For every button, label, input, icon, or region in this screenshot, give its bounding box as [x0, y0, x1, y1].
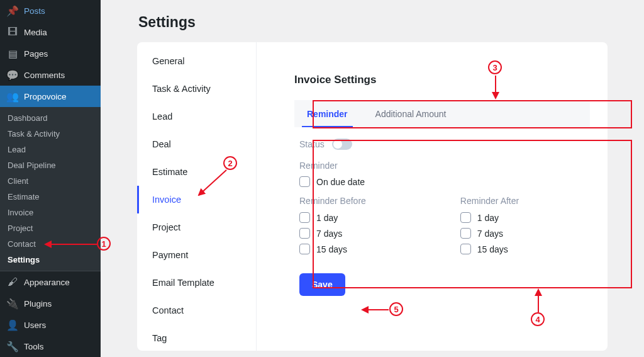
- nav-project[interactable]: Project: [137, 213, 256, 241]
- before-opt: 7 days: [316, 229, 342, 239]
- after-7days-checkbox[interactable]: [460, 228, 471, 239]
- on-due-date-text: On due date: [316, 177, 365, 187]
- nav-email-template[interactable]: Email Template: [137, 269, 256, 297]
- nav-contact[interactable]: Contact: [137, 297, 256, 324]
- nav-lead[interactable]: Lead: [137, 103, 256, 130]
- before-opt: 1 day: [316, 213, 338, 223]
- wp-menu-label: Comments: [24, 71, 65, 80]
- section-title: Invoice Settings: [294, 74, 590, 86]
- wp-menu-label: Tools: [24, 342, 44, 351]
- main-content: Settings General Task & Activity Lead De…: [101, 0, 644, 357]
- reminder-after-label: Reminder After: [460, 196, 519, 206]
- wp-submenu: Dashboard Task & Activity Lead Deal Pipe…: [0, 107, 101, 271]
- wp-menu-users[interactable]: 👤Users: [0, 314, 101, 336]
- submenu-estimate[interactable]: Estimate: [0, 189, 101, 205]
- reminder-before-label: Reminder Before: [299, 196, 366, 206]
- after-1day-checkbox[interactable]: [460, 212, 471, 223]
- settings-card: General Task & Activity Lead Deal Estima…: [137, 42, 608, 351]
- wp-menu-label: Plugins: [24, 299, 52, 309]
- reminder-form: Status Reminder On due date Reminder Bef…: [294, 127, 590, 296]
- wp-menu-propovoice[interactable]: 👥Propovoice: [0, 86, 101, 107]
- after-15days-checkbox[interactable]: [460, 244, 471, 254]
- wp-menu-posts[interactable]: 📌Posts: [0, 0, 101, 21]
- after-opt: 15 days: [477, 244, 508, 254]
- submenu-deal-pipeline[interactable]: Deal Pipeline: [0, 157, 101, 173]
- submenu-invoice[interactable]: Invoice: [0, 205, 101, 220]
- page-title: Settings: [119, 0, 625, 42]
- wp-admin-sidebar: 📌Posts 🎞Media ▤Pages 💬Comments 👥Propovoi…: [0, 0, 101, 357]
- settings-panel: Invoice Settings Reminder Additional Amo…: [257, 42, 608, 351]
- nav-invoice[interactable]: Invoice: [137, 186, 256, 213]
- nav-payment[interactable]: Payment: [137, 241, 256, 269]
- submenu-lead[interactable]: Lead: [0, 142, 101, 157]
- brush-icon: 🖌: [6, 276, 19, 288]
- wp-menu-comments[interactable]: 💬Comments: [0, 64, 101, 86]
- page-icon: ▤: [6, 47, 19, 60]
- plugin-icon: 🔌: [6, 297, 19, 310]
- wp-menu-appearance[interactable]: 🖌Appearance: [0, 271, 101, 293]
- submenu-client[interactable]: Client: [0, 173, 101, 189]
- nav-estimate[interactable]: Estimate: [137, 158, 256, 186]
- pin-icon: 📌: [6, 4, 19, 17]
- before-1day-checkbox[interactable]: [299, 212, 310, 223]
- invoice-tabs: Reminder Additional Amount: [294, 100, 590, 127]
- status-toggle[interactable]: [332, 139, 352, 150]
- submenu-task-activity[interactable]: Task & Activity: [0, 126, 101, 142]
- submenu-project[interactable]: Project: [0, 220, 101, 236]
- submenu-settings[interactable]: Settings: [0, 252, 101, 268]
- settings-side-nav: General Task & Activity Lead Deal Estima…: [137, 42, 257, 351]
- wp-menu-label: Posts: [24, 6, 45, 16]
- status-label: Status: [299, 139, 325, 149]
- nav-deal[interactable]: Deal: [137, 130, 256, 158]
- wp-menu-plugins[interactable]: 🔌Plugins: [0, 293, 101, 314]
- wp-menu-label: Pages: [24, 49, 48, 59]
- tab-reminder[interactable]: Reminder: [302, 100, 353, 127]
- wrench-icon: 🔧: [6, 340, 19, 353]
- wp-menu-label: Appearance: [24, 278, 70, 287]
- nav-general[interactable]: General: [137, 47, 256, 75]
- wp-menu-pages[interactable]: ▤Pages: [0, 43, 101, 64]
- media-icon: 🎞: [6, 26, 19, 38]
- before-15days-checkbox[interactable]: [299, 244, 310, 254]
- wp-menu-label: Propovoice: [24, 92, 67, 101]
- wp-menu-label: Media: [24, 28, 47, 37]
- user-icon: 👤: [6, 319, 19, 331]
- comment-icon: 💬: [6, 69, 19, 81]
- nav-tag[interactable]: Tag: [137, 324, 256, 352]
- wp-menu-tools[interactable]: 🔧Tools: [0, 336, 101, 357]
- reminder-label: Reminder: [299, 161, 338, 171]
- tab-additional-amount[interactable]: Additional Amount: [370, 100, 452, 127]
- after-opt: 1 day: [477, 213, 499, 223]
- wp-menu-media[interactable]: 🎞Media: [0, 21, 101, 43]
- group-icon: 👥: [6, 90, 19, 103]
- before-7days-checkbox[interactable]: [299, 228, 310, 239]
- before-opt: 15 days: [316, 244, 347, 254]
- submenu-contact[interactable]: Contact: [0, 236, 101, 252]
- on-due-date-checkbox[interactable]: [299, 176, 310, 187]
- nav-task-activity[interactable]: Task & Activity: [137, 75, 256, 103]
- wp-menu-label: Users: [24, 320, 46, 330]
- save-button[interactable]: Save: [299, 273, 345, 296]
- after-opt: 7 days: [477, 229, 503, 239]
- submenu-dashboard[interactable]: Dashboard: [0, 110, 101, 126]
